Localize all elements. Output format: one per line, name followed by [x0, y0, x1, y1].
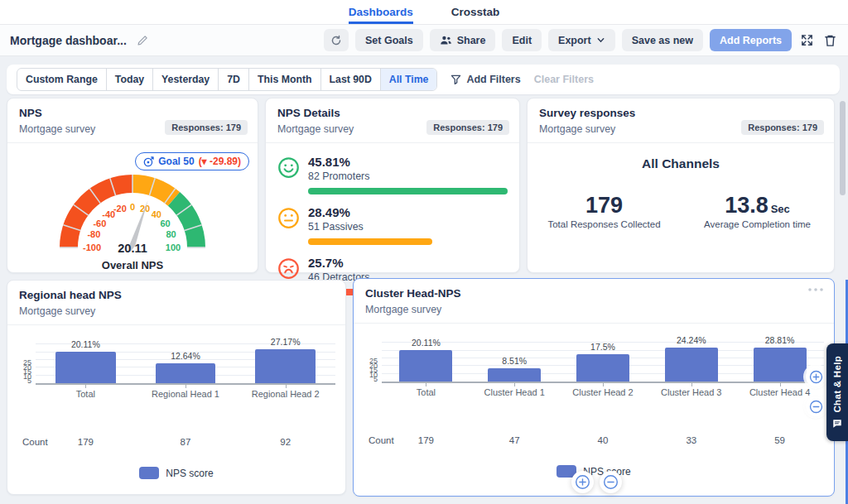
- add-filters-button[interactable]: Add Filters: [450, 74, 520, 85]
- x-axis-label: Cluster Head 3: [647, 383, 735, 397]
- bar-plot: 20.11%12.64%27.17%: [36, 337, 335, 385]
- svg-text:-80: -80: [87, 229, 100, 239]
- svg-text:20.11: 20.11: [118, 242, 147, 255]
- side-zoom-in-button[interactable]: [806, 367, 826, 386]
- count-value: 92: [235, 437, 335, 447]
- svg-text:100: 100: [166, 242, 181, 252]
- zoom-in-icon: [575, 474, 590, 490]
- bar: [754, 348, 807, 382]
- range-yesterday[interactable]: Yesterday: [153, 69, 219, 90]
- segment-label: 82 Promoters: [308, 170, 508, 182]
- nps-details-header: NPS Details Mortgage survey Responses: 1…: [266, 98, 519, 143]
- zoom-in-button[interactable]: [571, 471, 594, 493]
- set-goals-button[interactable]: Set Goals: [355, 29, 423, 51]
- edit-button[interactable]: Edit: [502, 29, 542, 51]
- delete-dashboard-button[interactable]: [822, 34, 838, 47]
- frown-face-icon: [277, 257, 300, 280]
- vertical-scrollbar[interactable]: [840, 101, 846, 195]
- smile-face-icon: [277, 156, 300, 179]
- x-axis-label: Total: [382, 383, 470, 397]
- chart-legend: NPS score: [7, 467, 345, 479]
- responses-badge: Responses: 179: [165, 120, 248, 135]
- range-all-time[interactable]: All Time: [381, 69, 437, 90]
- y-axis-labels: 252015105: [14, 337, 36, 385]
- dashboard-title: Mortgage dashboar...: [10, 34, 127, 47]
- bar-column-cluster-head-2: 17.5%: [559, 335, 648, 382]
- y-axis-labels: 252015105: [360, 335, 382, 383]
- nps-card: NPS Mortgage survey Responses: 179 Goal …: [7, 98, 258, 273]
- chevron-down-icon: [596, 36, 605, 45]
- nps-breakdown: 45.81%82 Promoters28.49%51 Passives25.7%…: [266, 143, 519, 298]
- trash-icon: [824, 34, 836, 47]
- bar-value-label: 28.81%: [765, 335, 795, 345]
- save-as-new-button[interactable]: Save as new: [622, 29, 703, 51]
- tab-crosstab[interactable]: Crosstab: [451, 0, 500, 24]
- survey-responses-card: Survey responses Mortgage survey Respons…: [527, 98, 835, 273]
- side-zoom-out-button[interactable]: [806, 396, 826, 416]
- goal-target-icon: [143, 156, 154, 167]
- svg-text:80: 80: [166, 229, 176, 239]
- stat-value: 179: [528, 193, 681, 218]
- bar-column-regional-head-2: 27.17%: [235, 337, 335, 383]
- share-button[interactable]: Share: [430, 29, 496, 51]
- card-title: Survey responses: [539, 107, 822, 119]
- regional-head-nps-card: Regional head NPS Mortgage survey 252015…: [7, 280, 346, 495]
- fullscreen-button[interactable]: [798, 33, 816, 47]
- bar: [488, 368, 541, 382]
- responses-badge: Responses: 179: [426, 120, 509, 135]
- svg-text:0: 0: [130, 202, 135, 212]
- bar: [665, 348, 718, 382]
- svg-text:Overall NPS: Overall NPS: [102, 259, 164, 271]
- more-dots-icon: [807, 287, 824, 292]
- dashboard-content: Custom RangeTodayYesterday7DThis MonthLa…: [0, 56, 848, 504]
- x-axis-label: Regional Head 1: [136, 385, 236, 399]
- range-this-month[interactable]: This Month: [249, 69, 321, 90]
- chat-and-help-tab[interactable]: Chat & Help: [826, 343, 848, 441]
- tab-dashboards[interactable]: Dashboards: [349, 0, 413, 24]
- survey-responses-body: All Channels 179 Total Responses Collect…: [528, 156, 834, 229]
- clear-filters-button[interactable]: Clear Filters: [534, 74, 594, 85]
- dashboard-toolbar: Mortgage dashboar... Set Goals Share Edi…: [0, 25, 848, 56]
- nps-card-body: Goal 50 (▾ -29.89) -100-80-60-40-2002040…: [7, 148, 258, 274]
- expand-icon: [800, 33, 814, 47]
- segment-bar: [308, 188, 508, 194]
- range-custom-range[interactable]: Custom Range: [17, 69, 107, 90]
- x-axis-label: Cluster Head 2: [559, 383, 648, 397]
- nps-details-card: NPS Details Mortgage survey Responses: 1…: [265, 98, 520, 273]
- date-range-segmented-control: Custom RangeTodayYesterday7DThis MonthLa…: [17, 68, 437, 91]
- regional-header: Regional head NPS Mortgage survey: [7, 281, 345, 325]
- chat-help-label: Chat & Help: [832, 356, 842, 412]
- bar-value-label: 8.51%: [502, 356, 527, 366]
- count-value: 87: [136, 437, 236, 447]
- segment-bar: [308, 238, 432, 245]
- neutral-face-icon: [277, 207, 300, 229]
- stat-unit: Sec: [771, 203, 790, 215]
- chat-icon: [832, 419, 842, 429]
- bar-column-cluster-head-3: 24.24%: [647, 335, 735, 382]
- range-today[interactable]: Today: [107, 69, 153, 90]
- card-subtitle: Mortgage survey: [19, 305, 334, 317]
- bar-column-regional-head-1: 12.64%: [136, 337, 236, 383]
- bar-value-label: 24.24%: [677, 335, 706, 345]
- refresh-button[interactable]: [324, 29, 349, 51]
- bar-column-total: 20.11%: [36, 337, 136, 383]
- card-title: Cluster Head-NPS: [365, 287, 822, 300]
- add-reports-button[interactable]: Add Reports: [710, 29, 792, 51]
- count-value: 33: [647, 435, 735, 445]
- x-axis: TotalRegional Head 1Regional Head 2: [14, 385, 335, 399]
- edit-title-pencil-icon[interactable]: [135, 35, 150, 46]
- goal-chip[interactable]: Goal 50 (▾ -29.89): [135, 152, 249, 170]
- more-options-button[interactable]: [807, 287, 824, 292]
- range-7d[interactable]: 7D: [219, 69, 249, 90]
- range-last-90d[interactable]: Last 90D: [321, 69, 381, 90]
- zoom-out-icon: [809, 400, 823, 414]
- zoom-out-button[interactable]: [600, 471, 622, 493]
- count-row: Count17947403359: [360, 435, 824, 445]
- count-value: 47: [470, 435, 559, 445]
- segment-percentage: 25.7%: [308, 256, 508, 270]
- svg-text:-100: -100: [83, 242, 101, 252]
- survey-responses-header: Survey responses Mortgage survey Respons…: [528, 98, 834, 143]
- card-title: NPS Details: [277, 107, 508, 119]
- count-value: 40: [559, 435, 648, 445]
- export-button[interactable]: Export: [548, 29, 615, 51]
